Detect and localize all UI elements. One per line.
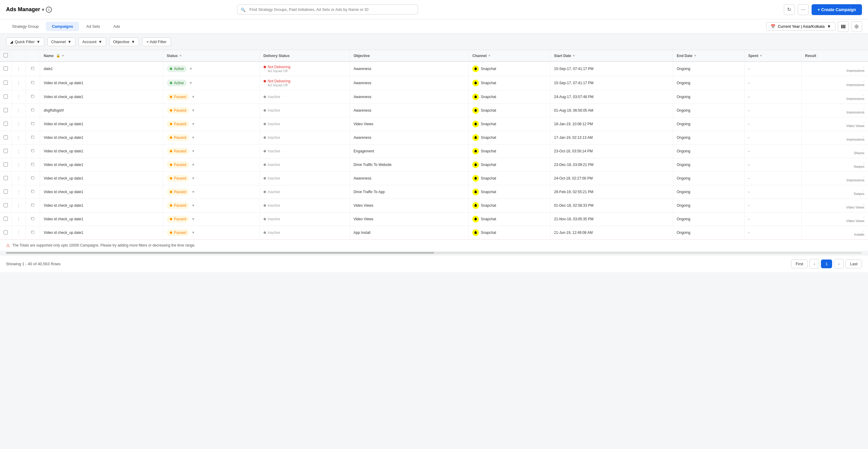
row-copy-button[interactable]: [30, 230, 36, 236]
sort-icon-name[interactable]: ▼: [62, 54, 65, 57]
row-checkbox[interactable]: [4, 108, 8, 112]
status-label: Paused: [174, 95, 186, 99]
status-expand-button[interactable]: ▼: [190, 203, 196, 208]
row-copy-button[interactable]: [30, 80, 36, 86]
prev-page-button[interactable]: ‹: [809, 259, 819, 269]
scroll-bar[interactable]: [0, 251, 868, 255]
row-copy-button[interactable]: [30, 134, 36, 141]
row-copy-button[interactable]: [30, 216, 36, 222]
objective-filter-button[interactable]: Objective ▼: [109, 37, 139, 46]
row-checkbox[interactable]: [4, 189, 8, 194]
row-checkbox[interactable]: [4, 230, 8, 235]
result-cell: - Impressions: [805, 175, 864, 182]
status-expand-button[interactable]: ▼: [190, 94, 196, 99]
row-more-button[interactable]: ⋮: [16, 203, 22, 209]
row-copy-button[interactable]: [30, 66, 36, 72]
next-page-button[interactable]: ›: [834, 259, 843, 269]
customize-icon: [854, 24, 859, 29]
status-expand-button[interactable]: ▼: [190, 108, 196, 113]
row-copy-button[interactable]: [30, 94, 36, 100]
row-more-button[interactable]: ⋮: [16, 230, 22, 236]
status-expand-button[interactable]: ▼: [190, 176, 196, 181]
row-copy-button[interactable]: [30, 148, 36, 154]
sort-icon-startdate[interactable]: ▼: [572, 54, 576, 57]
status-expand-button[interactable]: ▼: [188, 80, 194, 86]
sort-icon-channel[interactable]: ▼: [488, 54, 491, 57]
tab-campaigns[interactable]: Campaigns: [46, 22, 79, 31]
refresh-button[interactable]: ↻: [784, 4, 795, 15]
info-icon[interactable]: i: [46, 7, 52, 13]
header-result-label: Result: [805, 54, 816, 58]
select-all-checkbox[interactable]: [4, 53, 8, 57]
row-checkbox[interactable]: [4, 162, 8, 167]
date-filter-button[interactable]: 📅 Current Year | Asia/Kolkata ▼: [766, 22, 835, 31]
first-page-button[interactable]: First: [791, 260, 808, 268]
row-more-button[interactable]: ⋮: [16, 189, 22, 195]
row-copy-button[interactable]: [30, 189, 36, 195]
status-expand-button[interactable]: ▼: [190, 162, 196, 168]
row-more-button[interactable]: ⋮: [16, 216, 22, 222]
row-enddate-cell: Ongoing: [673, 185, 744, 199]
more-options-button[interactable]: ⋯: [798, 4, 809, 15]
tab-ads[interactable]: Ads: [107, 22, 126, 31]
row-copy-button[interactable]: [30, 175, 36, 182]
row-more-button[interactable]: ⋮: [16, 94, 22, 100]
sort-icon-spent[interactable]: ▼: [760, 54, 763, 57]
error-text: The Totals are supported only upto 10000…: [12, 243, 195, 247]
current-page-button[interactable]: 1: [821, 260, 832, 268]
row-checkbox[interactable]: [4, 81, 8, 85]
status-expand-button[interactable]: ▼: [190, 135, 196, 140]
row-checkbox[interactable]: [4, 94, 8, 99]
add-filter-button[interactable]: + Add Filter: [142, 37, 171, 46]
row-checkbox[interactable]: [4, 217, 8, 221]
row-copy-button[interactable]: [30, 121, 36, 127]
last-page-button[interactable]: Last: [845, 260, 862, 268]
account-filter-button[interactable]: Account ▼: [79, 37, 106, 46]
channel-filter-button[interactable]: Channel ▼: [48, 37, 75, 46]
status-expand-button[interactable]: ▼: [190, 121, 196, 127]
search-input[interactable]: [237, 4, 418, 14]
quick-filter-button[interactable]: ◢ Quick Filter ▼: [6, 37, 44, 46]
row-copy-button[interactable]: [30, 108, 36, 114]
row-more-button[interactable]: ⋮: [16, 80, 22, 86]
row-more-button[interactable]: ⋮: [16, 162, 22, 168]
tab-ad-sets[interactable]: Ad Sets: [80, 22, 106, 31]
row-copy-button[interactable]: [30, 162, 36, 168]
sort-icon-enddate[interactable]: ▼: [694, 54, 697, 57]
row-checkbox[interactable]: [4, 66, 8, 70]
result-cell: - Video Views: [805, 120, 864, 128]
row-checkbox[interactable]: [4, 176, 8, 180]
title-chevron-icon[interactable]: ▾: [42, 7, 44, 12]
status-expand-button[interactable]: ▼: [190, 189, 196, 194]
svg-rect-2: [844, 25, 845, 28]
status-dot: [170, 150, 172, 152]
columns-button[interactable]: [838, 21, 849, 32]
row-more-button[interactable]: ⋮: [16, 121, 22, 127]
delivery-badge: Inactive: [264, 108, 280, 113]
status-expand-button[interactable]: ▼: [188, 66, 194, 71]
row-more-button[interactable]: ⋮: [16, 148, 22, 154]
delivery-badge: Inactive: [264, 122, 280, 126]
row-checkbox[interactable]: [4, 203, 8, 207]
row-enddate-cell: Ongoing: [673, 158, 744, 172]
row-status-cell: Active ▼: [163, 62, 260, 76]
row-more-button[interactable]: ⋮: [16, 175, 22, 181]
row-more-button[interactable]: ⋮: [16, 134, 22, 141]
row-name-cell: Video id check_up date1: [40, 199, 163, 212]
create-campaign-button[interactable]: + Create Campaign: [812, 4, 862, 15]
row-copy-button[interactable]: [30, 203, 36, 209]
row-checkbox[interactable]: [4, 149, 8, 153]
row-delivery-cell: Inactive: [260, 117, 350, 131]
scroll-thumb[interactable]: [6, 252, 434, 254]
tab-strategy-group[interactable]: Strategy Group: [6, 22, 44, 31]
status-expand-button[interactable]: ▼: [190, 148, 196, 154]
row-more-button[interactable]: ⋮: [16, 66, 22, 72]
customize-button[interactable]: [851, 21, 862, 32]
row-checkbox[interactable]: [4, 122, 8, 126]
status-expand-button[interactable]: ▼: [190, 216, 196, 222]
status-expand-button[interactable]: ▼: [190, 230, 196, 235]
row-checkbox[interactable]: [4, 135, 8, 140]
sort-icon-status[interactable]: ▼: [179, 54, 182, 57]
row-more-button[interactable]: ⋮: [16, 108, 22, 114]
row-checkbox-cell: [0, 158, 12, 172]
